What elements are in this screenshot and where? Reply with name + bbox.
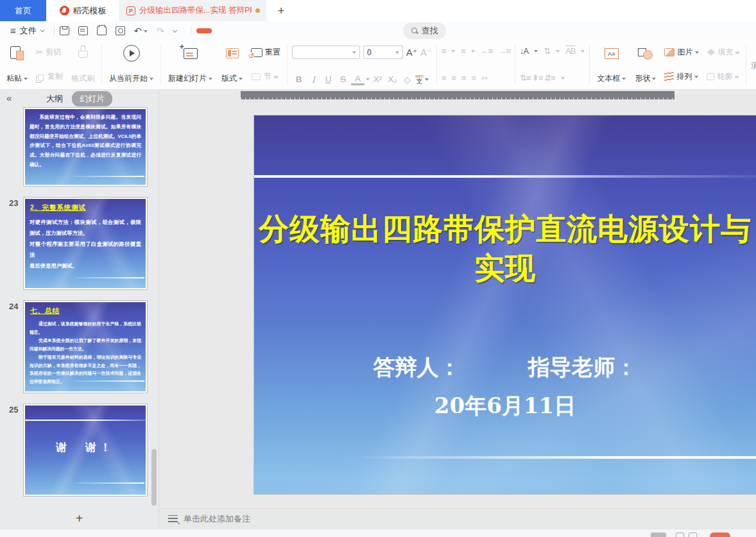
dropdown-arrow-icon[interactable] (695, 51, 699, 54)
format-painter-button[interactable]: 格式刷 (69, 44, 97, 85)
paste-button[interactable]: 粘贴 (4, 44, 30, 85)
save-icon[interactable] (60, 26, 69, 35)
more-commands-icon[interactable] (173, 28, 177, 33)
normal-view-button[interactable] (651, 533, 666, 537)
reset-button[interactable]: 重置 (249, 46, 282, 59)
dropdown-arrow-icon[interactable] (144, 30, 148, 33)
dropdown-arrow-icon[interactable] (239, 78, 243, 80)
ribbon-tab[interactable] (217, 28, 232, 33)
grow-font-button[interactable]: A⁺ (406, 47, 417, 58)
print-preview-icon[interactable] (116, 26, 125, 35)
slide-sorter-view-button[interactable] (676, 533, 684, 537)
sidebar-scrollbar-thumb[interactable] (151, 449, 157, 506)
slide-thumbnail[interactable]: 七、总结 通过测试，该系统能够很好的用于生产线，系统比较稳定。 完成本系统全面的… (23, 300, 148, 393)
shrink-font-button[interactable]: A⁻ (420, 47, 431, 58)
ribbon-tab[interactable] (196, 28, 212, 33)
tab-slides[interactable]: 幻灯片 (72, 91, 112, 107)
dropdown-arrow-icon[interactable] (622, 78, 626, 80)
arrange-button[interactable]: 排列 (662, 70, 701, 83)
dropdown-arrow-icon[interactable] (274, 76, 278, 78)
add-slide-button[interactable]: + (0, 508, 159, 529)
ribbon-tab[interactable] (320, 28, 335, 33)
play-from-current-button[interactable]: 从当前开始 (107, 44, 156, 85)
tab-home[interactable]: 首页 (0, 0, 46, 21)
vertical-align-button[interactable]: ⇅ (544, 46, 550, 56)
dropdown-arrow-icon[interactable] (24, 78, 28, 80)
slide-date[interactable]: 20年6月11日 (254, 391, 756, 421)
ribbon-tab[interactable] (279, 28, 294, 33)
bold-button[interactable]: B (292, 74, 305, 85)
redo-icon[interactable]: ↷ (157, 26, 164, 36)
slideshow-button[interactable] (710, 533, 730, 537)
decrease-indent-button[interactable]: ←≡ (481, 46, 493, 56)
dropdown-arrow-icon[interactable] (209, 78, 212, 80)
notes-bar[interactable]: 单击此处添加备注 (159, 508, 756, 529)
export-icon[interactable] (78, 26, 88, 35)
layout-button[interactable]: 版式 (219, 44, 245, 85)
numbering-button[interactable]: ≡ (461, 46, 465, 56)
tab-document[interactable]: P 分级输出四路带保...实现 答辩PPT (120, 0, 266, 21)
section-button[interactable]: 节 (249, 70, 282, 83)
font-name-select[interactable] (292, 46, 360, 59)
slide-thumbnail-item[interactable]: 25 谢 谢！ (23, 404, 148, 497)
tab-outline[interactable]: 大纲 (46, 93, 63, 105)
align-center-button[interactable]: ≡ (451, 73, 456, 83)
copy-button[interactable]: 复制 (34, 70, 65, 83)
new-slide-button[interactable]: 新建幻灯片 (166, 44, 215, 85)
slide-thumbnail[interactable]: 2、完整系统测试 对硬件测试方法：模块测试，组合测试，极限测试，压力测试等方法。… (23, 197, 148, 290)
italic-button[interactable]: I (307, 74, 320, 85)
underline-button[interactable]: U (322, 74, 335, 85)
print-icon[interactable] (97, 26, 107, 35)
dropdown-arrow-icon[interactable] (694, 76, 698, 78)
slide-subtitle-row[interactable]: 答辩人： 指导老师： (254, 353, 756, 382)
ribbon-tab[interactable] (299, 28, 314, 33)
superscript-button[interactable]: X² (371, 74, 384, 85)
outline-button[interactable]: 轮廓 (705, 70, 741, 83)
dropdown-arrow-icon[interactable] (425, 78, 429, 81)
reading-view-button[interactable] (689, 533, 697, 537)
undo-button[interactable]: ↶ (134, 26, 148, 36)
phonetic-guide-button[interactable]: wén文 (415, 74, 424, 85)
subscript-button[interactable]: X₂ (386, 74, 399, 85)
horizontal-ruler[interactable] (241, 91, 674, 99)
dropdown-arrow-icon[interactable] (735, 76, 739, 78)
ribbon-tab[interactable] (237, 28, 253, 33)
font-size-select[interactable]: 0 (363, 46, 403, 59)
tab-docer-templates[interactable]: 稻壳模板 (46, 0, 120, 21)
dropdown-arrow-icon[interactable] (366, 78, 370, 81)
clear-format-icon[interactable]: ◇ (400, 74, 414, 85)
ribbon-tab[interactable] (361, 28, 376, 33)
slide-thumbnail-item[interactable]: 24 七、总结 通过测试，该系统能够很好的用于生产线，系统比较稳定。 完成本系统… (23, 300, 148, 393)
new-tab-button[interactable]: + (266, 0, 296, 21)
textbox-button[interactable]: A≡ 文本框 (594, 44, 628, 85)
increase-indent-button[interactable]: →≡ (498, 46, 510, 56)
fill-button[interactable]: 填充 (705, 46, 741, 59)
character-spacing-button[interactable]: AB (565, 46, 575, 56)
clipped-toolbar-button[interactable]: 演 (751, 60, 756, 85)
slide-thumbnail-item[interactable]: 系统研发过程中，会遇到很多问题。当发现问题时，首先用的方法便是模块测试。如果所有… (23, 107, 148, 187)
text-direction-button[interactable]: ↓A (520, 46, 528, 56)
slide-thumbnail[interactable]: 系统研发过程中，会遇到很多问题。当发现问题时，首先用的方法便是模块测试。如果所有… (23, 107, 148, 187)
font-color-button[interactable]: A (351, 74, 365, 86)
ribbon-tab[interactable] (258, 28, 273, 33)
dropdown-arrow-icon[interactable] (150, 78, 153, 80)
line-spacing-buttons[interactable]: ⇅≡ ⇞≡ ⇵≡ (520, 73, 555, 83)
cut-button[interactable]: ✂剪切 (34, 46, 65, 59)
justify-button[interactable]: ≡ (471, 73, 476, 83)
dropdown-arrow-icon[interactable] (735, 51, 739, 54)
bullets-button[interactable]: ≡ (442, 46, 446, 56)
dropdown-arrow-icon[interactable] (652, 78, 656, 80)
collapse-panel-button[interactable]: « (6, 92, 12, 103)
ribbon-tab[interactable] (381, 28, 397, 33)
slide-thumbnail-item[interactable]: 23 2、完整系统测试 对硬件测试方法：模块测试，组合测试，极限测试，压力测试等… (23, 197, 148, 290)
align-right-button[interactable]: ≡ (461, 73, 466, 83)
distribute-button[interactable]: ⇿ (481, 73, 488, 83)
ribbon-tab[interactable] (340, 28, 356, 33)
file-menu-button[interactable]: ≡ 文件 (0, 25, 49, 37)
strikethrough-button[interactable]: S (336, 74, 350, 85)
slide-title[interactable]: 分级输出四路带保护直流电源设计与 实现 (254, 209, 756, 287)
align-left-button[interactable]: ≡ (442, 73, 446, 83)
find-button[interactable]: 查找 (403, 22, 446, 39)
current-slide[interactable]: 分级输出四路带保护直流电源设计与 实现 答辩人： 指导老师： 20年6月11日 (254, 115, 756, 494)
picture-button[interactable]: 图片 (662, 46, 701, 59)
